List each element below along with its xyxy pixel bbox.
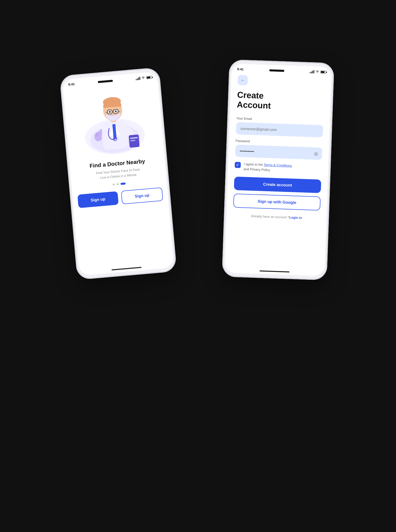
left-time: 9:41 — [68, 82, 75, 86]
back-button[interactable]: ← — [237, 75, 248, 85]
right-battery-icon — [320, 71, 326, 74]
left-phone: 9:41 — [59, 67, 177, 280]
dot-2 — [116, 183, 119, 185]
wifi-icon — [141, 76, 145, 80]
left-text-area: Find a Doctor Nearby Find Your Doctor Fa… — [89, 158, 146, 181]
dot-3-active — [120, 183, 126, 185]
right-signal-icon — [310, 70, 314, 73]
left-phone-screen: 9:41 — [62, 71, 174, 276]
left-phone-subtitle: Find Your Doctor Face to Face Live in On… — [90, 166, 146, 181]
page-title: Create Account — [237, 90, 324, 112]
scene: 9:41 — [61, 41, 336, 491]
right-phone: 9:41 — [222, 59, 334, 280]
terms-checkbox[interactable]: ✓ — [235, 162, 241, 168]
left-screen-content: Find a Doctor Nearby Find Your Doctor Fa… — [63, 80, 173, 270]
left-signup-outline-button[interactable]: Sign up — [121, 187, 163, 204]
eye-toggle-icon[interactable]: ◎ — [314, 151, 318, 157]
password-wrapper: ◎ — [235, 145, 322, 160]
terms-row: ✓ I agree to the Terms & Conditions and … — [234, 161, 322, 174]
signal-icon — [135, 77, 140, 80]
right-wifi-icon — [315, 70, 319, 74]
signup-google-button[interactable]: Sign up with Google — [233, 194, 321, 211]
left-status-icons — [135, 75, 152, 81]
back-arrow-icon: ← — [240, 77, 245, 83]
right-phone-screen: 9:41 — [224, 63, 332, 276]
left-home-indicator — [111, 267, 141, 270]
terms-link[interactable]: Terms & Conditions — [264, 163, 292, 168]
login-link[interactable]: Login in — [289, 216, 302, 220]
login-row: Already have an account ?Login in — [233, 214, 320, 220]
right-home-indicator — [259, 270, 289, 272]
terms-text: I agree to the Terms & Conditions and Pr… — [243, 162, 292, 173]
checkmark-icon: ✓ — [236, 163, 239, 167]
right-notch — [269, 69, 284, 72]
left-signup-primary-button[interactable]: Sign up — [77, 191, 118, 208]
left-notch — [97, 80, 112, 83]
left-button-group: Sign up Sign up — [77, 187, 163, 208]
password-input[interactable] — [235, 145, 322, 160]
email-input[interactable] — [236, 122, 323, 137]
dot-1 — [112, 183, 115, 186]
right-status-icons — [310, 70, 326, 74]
doctor-illustration — [78, 84, 149, 159]
right-screen-content: ← Create Account Your Email Password ◎ ✓ — [225, 72, 331, 270]
create-account-button[interactable]: Create account — [234, 177, 321, 193]
pagination-dots — [112, 183, 125, 186]
email-label: Your Email — [236, 116, 323, 123]
right-time: 9:41 — [237, 67, 244, 71]
battery-icon — [146, 76, 152, 79]
password-label: Password — [235, 139, 322, 146]
